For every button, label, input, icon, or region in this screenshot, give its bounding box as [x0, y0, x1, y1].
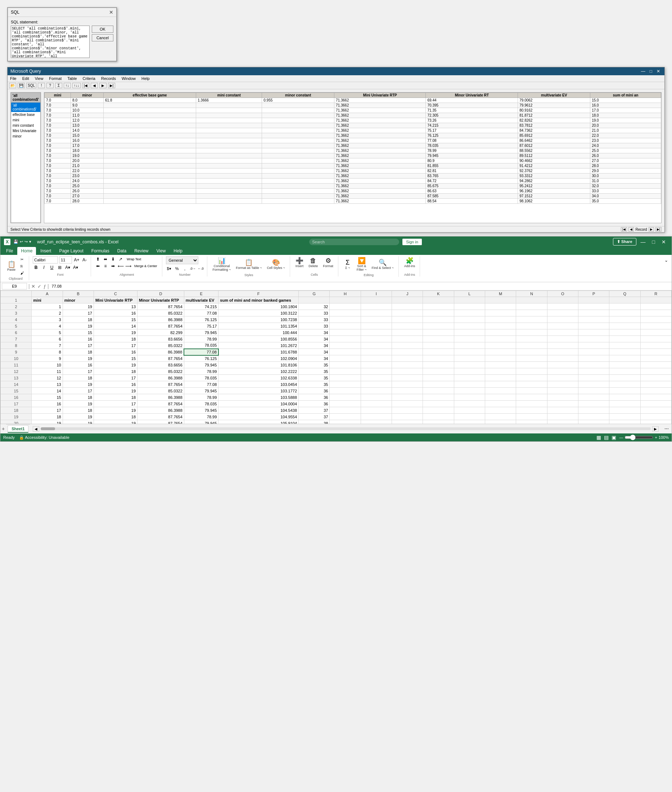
ss-cell[interactable] — [392, 323, 423, 330]
ss-cell[interactable]: 18 — [94, 336, 137, 342]
ss-cell[interactable] — [547, 310, 578, 317]
ss-cell[interactable] — [423, 388, 454, 394]
ss-cell[interactable] — [361, 310, 392, 317]
ss-cell[interactable]: 19 — [94, 420, 137, 424]
excel-minimize-btn[interactable]: — — [638, 239, 648, 245]
ss-cell[interactable]: 83.6656 — [138, 336, 184, 342]
align-left-btn[interactable]: ⬅ — [94, 263, 101, 269]
mq-toolbar-next[interactable]: ▶ — [99, 83, 107, 88]
ss-cell[interactable] — [610, 317, 640, 323]
ss-cell[interactable] — [578, 349, 609, 355]
ss-cell[interactable] — [485, 368, 516, 375]
ss-cell[interactable]: 35 — [299, 375, 330, 381]
ss-header-cell[interactable] — [454, 297, 485, 304]
ss-cell[interactable] — [423, 368, 454, 375]
ss-cell[interactable]: 87.7654 — [138, 355, 184, 362]
more-sheets-icon[interactable]: ⋯ — [664, 426, 669, 431]
ss-cell[interactable] — [610, 381, 640, 388]
align-center-btn[interactable]: ≡ — [102, 263, 109, 269]
align-right-btn[interactable]: ➡ — [110, 263, 116, 269]
ss-cell[interactable] — [392, 317, 423, 323]
ss-cell[interactable] — [640, 381, 671, 388]
ss-cell[interactable] — [423, 330, 454, 336]
ss-cell[interactable]: 101.6788 — [219, 349, 299, 355]
ss-cell[interactable]: 86.3988 — [138, 317, 184, 323]
mq-menu-view[interactable]: View — [34, 76, 45, 81]
tab-file[interactable]: File — [3, 247, 16, 255]
ss-cell[interactable] — [361, 349, 392, 355]
ss-cell[interactable]: 16 — [62, 362, 94, 368]
ss-cell[interactable]: 18 — [94, 414, 137, 420]
tab-data[interactable]: Data — [114, 247, 130, 255]
ss-cell[interactable] — [640, 401, 671, 407]
ss-cell[interactable] — [610, 394, 640, 401]
qat-save-icon[interactable]: 💾 — [13, 239, 18, 244]
ss-cell[interactable]: 79.945 — [184, 420, 218, 424]
mq-toolbar-save[interactable]: 💾 — [18, 83, 25, 88]
ss-cell[interactable] — [392, 368, 423, 375]
copy-button[interactable]: ⎘ — [19, 263, 26, 269]
format-as-table-button[interactable]: 📋 Format as Table ~ — [234, 258, 264, 271]
tab-help[interactable]: Help — [170, 247, 186, 255]
ss-cell[interactable]: 100.1804 — [219, 304, 299, 310]
ss-cell[interactable]: 32 — [299, 304, 330, 310]
increase-decimal-btn[interactable]: .0→ — [190, 266, 196, 272]
ss-cell[interactable] — [610, 342, 640, 349]
qat-redo-icon[interactable]: ↪ — [24, 239, 28, 244]
formula-insert-function-icon[interactable]: ƒ — [43, 284, 46, 289]
ss-cell[interactable]: 12 — [32, 375, 62, 381]
ss-cell[interactable]: 19 — [94, 362, 137, 368]
ss-col-header[interactable]: F — [219, 291, 299, 297]
ss-cell[interactable] — [423, 394, 454, 401]
ss-cell[interactable]: 78.99 — [184, 368, 218, 375]
ss-cell[interactable] — [640, 407, 671, 414]
ss-cell[interactable]: 74.215 — [184, 304, 218, 310]
ss-cell[interactable]: 17 — [62, 310, 94, 317]
zoom-slider[interactable] — [624, 435, 653, 440]
mq-toolbar-sql[interactable]: SQL — [26, 83, 36, 88]
ss-cell[interactable] — [485, 388, 516, 394]
ss-cell[interactable]: 86.3988 — [138, 375, 184, 381]
ss-cell[interactable] — [547, 394, 578, 401]
ss-col-header[interactable]: J — [392, 291, 423, 297]
ss-cell[interactable] — [330, 330, 361, 336]
ss-cell[interactable] — [485, 407, 516, 414]
ribbon-collapse-btn[interactable]: ⌄ — [663, 256, 669, 264]
ss-cell[interactable] — [610, 304, 640, 310]
ss-cell[interactable] — [361, 336, 392, 342]
ss-cell[interactable] — [485, 342, 516, 349]
ss-cell[interactable] — [578, 323, 609, 330]
ss-cell[interactable] — [640, 355, 671, 362]
ss-cell[interactable] — [392, 304, 423, 310]
ss-cell[interactable] — [330, 342, 361, 349]
ss-header-cell[interactable] — [423, 297, 454, 304]
ss-cell[interactable] — [361, 355, 392, 362]
ss-cell[interactable]: 11 — [32, 368, 62, 375]
align-bottom-btn[interactable]: ⬇ — [110, 256, 116, 262]
ss-cell[interactable] — [610, 330, 640, 336]
mq-toolbar-prev[interactable]: ◀ — [91, 83, 98, 88]
ss-cell[interactable] — [578, 342, 609, 349]
ss-cell[interactable]: 19 — [62, 414, 94, 420]
sql-statement-input[interactable]: SELECT 'all combinations$'.mini, 'all co… — [11, 26, 90, 58]
ss-cell[interactable] — [361, 420, 392, 424]
ss-cell[interactable]: 36 — [299, 401, 330, 407]
ss-cell[interactable]: 14 — [32, 388, 62, 394]
ss-cell[interactable] — [578, 310, 609, 317]
ss-cell[interactable] — [485, 362, 516, 368]
mq-grid[interactable]: miniminoreffective base gamemini constan… — [44, 93, 661, 223]
ss-cell[interactable]: 85.0322 — [138, 310, 184, 317]
ss-cell[interactable] — [361, 401, 392, 407]
ss-cell[interactable] — [392, 330, 423, 336]
share-button[interactable]: ⬆ Share — [613, 238, 636, 245]
ss-cell[interactable] — [392, 401, 423, 407]
ss-cell[interactable]: 86.3988 — [138, 407, 184, 414]
ss-header-cell[interactable] — [392, 297, 423, 304]
mq-toolbar-open[interactable]: 📂 — [9, 83, 16, 88]
ss-cell[interactable] — [610, 310, 640, 317]
ss-cell[interactable] — [516, 401, 547, 407]
ss-cell[interactable]: 34 — [299, 336, 330, 342]
ss-cell[interactable]: 5 — [32, 330, 62, 336]
ss-cell[interactable] — [516, 394, 547, 401]
ss-cell[interactable] — [485, 375, 516, 381]
